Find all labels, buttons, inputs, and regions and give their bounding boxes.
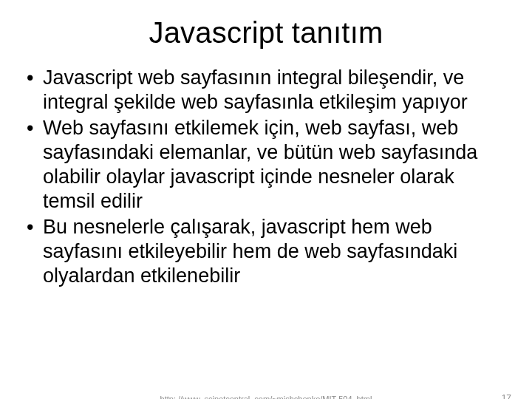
slide-title: Javascript tanıtım (0, 16, 532, 50)
page-number: 17 (502, 393, 511, 399)
list-item: Javascript web sayfasının integral bileş… (27, 66, 505, 115)
list-item: Web sayfasını etkilemek için, web sayfas… (27, 116, 505, 214)
bullet-list: Javascript web sayfasının integral bileş… (27, 66, 505, 287)
slide: Javascript tanıtım Javascript web sayfas… (0, 16, 532, 399)
slide-body: Javascript web sayfasının integral bileş… (0, 66, 532, 287)
footer-url: http: //www. scinetcentral. com/~mishche… (0, 395, 532, 399)
list-item: Bu nesnelerle çalışarak, javascript hem … (27, 215, 505, 288)
